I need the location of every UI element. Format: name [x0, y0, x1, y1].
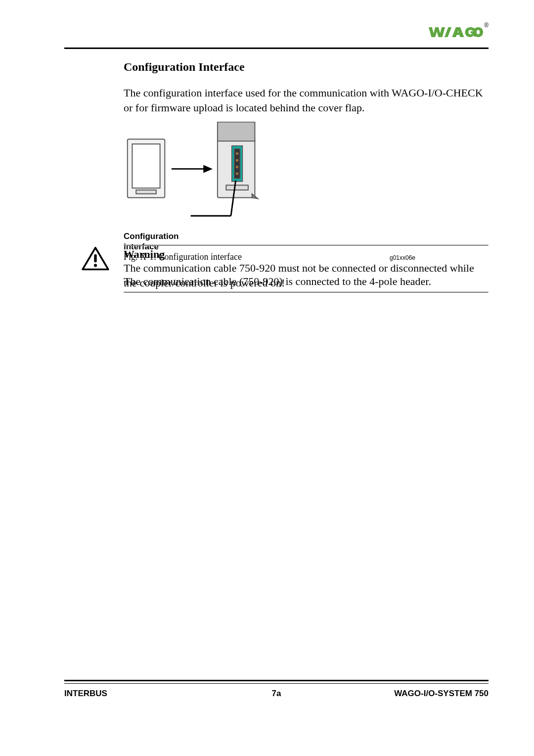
warning-icon	[81, 246, 110, 273]
svg-rect-15	[226, 186, 248, 190]
footer: INTERBUS 7a WAGO-I/O-SYSTEM 750	[64, 689, 489, 699]
warning-bottom-rule	[124, 292, 489, 293]
registered-mark: ®	[484, 22, 489, 29]
svg-marker-6	[204, 166, 211, 172]
figure: Configuration interface Fig. X-1: Config…	[124, 122, 489, 262]
svg-point-21	[94, 264, 97, 267]
header-rule	[64, 47, 489, 49]
intro-paragraph: The configuration interface used for the…	[124, 86, 489, 115]
wago-logo-icon	[429, 25, 483, 40]
svg-marker-1	[445, 27, 451, 37]
svg-rect-8	[218, 122, 255, 142]
warning-title: Warning	[124, 248, 489, 261]
warning-text: The communication cable 750-920 must not…	[124, 261, 489, 290]
configuration-interface-diagram-icon: Configuration interface	[124, 122, 277, 252]
svg-point-11	[236, 152, 238, 155]
svg-point-12	[236, 159, 238, 162]
svg-point-14	[236, 173, 238, 175]
svg-rect-3	[132, 144, 160, 188]
brand-logo: ®	[429, 25, 489, 40]
section-heading: Configuration Interface	[124, 60, 489, 74]
footer-rule-thin	[64, 683, 489, 684]
page: ® Configuration Interface The configurat…	[0, 0, 534, 756]
svg-point-13	[236, 166, 238, 168]
diagram-label-line1: Configuration	[124, 232, 178, 241]
footer-rule-thick	[64, 680, 489, 681]
warning-block: Warning The communication cable 750-920 …	[124, 245, 489, 293]
svg-rect-4	[136, 190, 156, 194]
warning-top-rule	[124, 245, 489, 246]
svg-marker-0	[429, 27, 445, 37]
svg-rect-20	[94, 254, 96, 262]
footer-center: 7a	[64, 689, 489, 699]
